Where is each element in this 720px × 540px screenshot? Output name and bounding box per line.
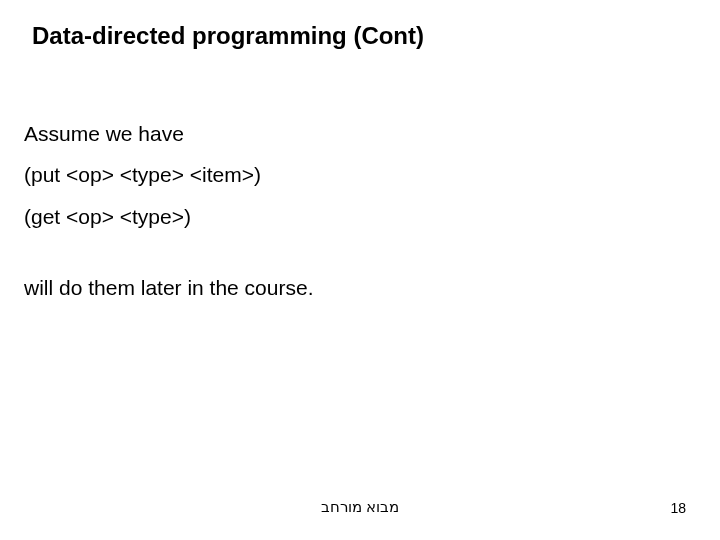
body-line: (get <op> <type>) — [24, 203, 313, 230]
body-line: Assume we have — [24, 120, 313, 147]
footer-text: מבוא מורחב — [0, 498, 720, 516]
spacer — [24, 244, 313, 274]
page-number: 18 — [670, 500, 686, 516]
body-line: will do them later in the course. — [24, 274, 313, 301]
slide-title: Data-directed programming (Cont) — [32, 22, 424, 50]
body-line: (put <op> <type> <item>) — [24, 161, 313, 188]
slide: Data-directed programming (Cont) Assume … — [0, 0, 720, 540]
slide-body: Assume we have (put <op> <type> <item>) … — [24, 120, 313, 315]
